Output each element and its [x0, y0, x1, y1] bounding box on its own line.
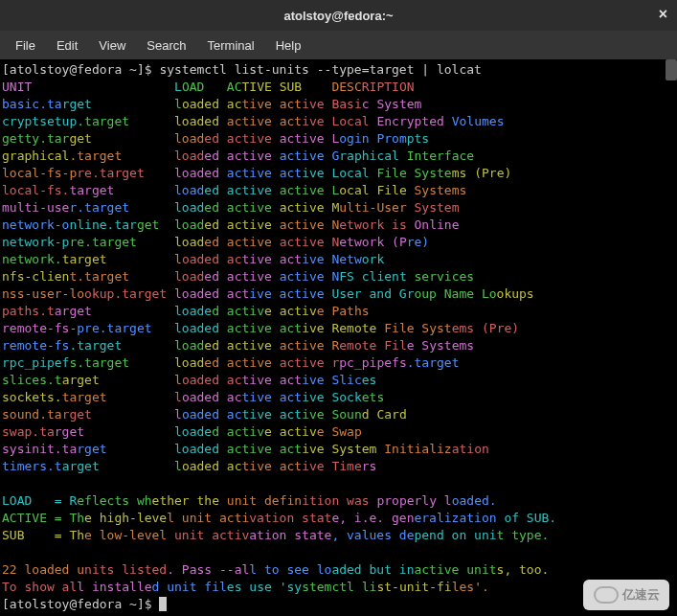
menu-file[interactable]: File: [6, 34, 45, 57]
window-titlebar: atolstoy@fedora:~ ×: [0, 0, 677, 31]
cursor: [159, 597, 167, 611]
cloud-icon: [594, 586, 619, 604]
scrollbar-thumb[interactable]: [666, 59, 677, 80]
menu-edit[interactable]: Edit: [47, 34, 87, 57]
watermark: 亿速云: [583, 580, 669, 610]
menu-search[interactable]: Search: [137, 34, 195, 57]
menu-bar: File Edit View Search Terminal Help: [0, 31, 677, 59]
menu-view[interactable]: View: [89, 34, 135, 57]
window-title: atolstoy@fedora:~: [283, 9, 393, 23]
menu-help[interactable]: Help: [266, 34, 311, 57]
terminal-output[interactable]: [atolstoy@fedora ~]$ systemctl list-unit…: [0, 59, 677, 616]
menu-terminal[interactable]: Terminal: [198, 34, 264, 57]
close-icon[interactable]: ×: [659, 6, 667, 23]
watermark-text: 亿速云: [622, 586, 660, 604]
